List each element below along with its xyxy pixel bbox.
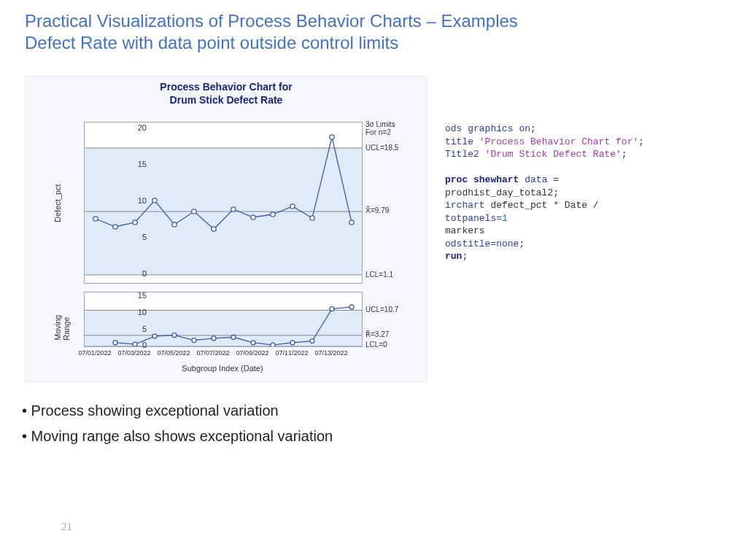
svg-point-7 — [172, 222, 177, 227]
page-number: 21 — [61, 521, 72, 533]
ytick-0: 0 — [120, 269, 147, 278]
svg-point-3 — [93, 217, 98, 221]
chart-title-line2: Drum Stick Defect Rate — [26, 94, 427, 106]
svg-point-16 — [349, 220, 354, 225]
xtick-6: 07/13/2022 — [309, 349, 353, 357]
svg-point-15 — [330, 135, 334, 139]
xtick-0: 07/01/2022 — [73, 349, 117, 357]
cl-mr-label: R̄=3.27 — [365, 330, 389, 338]
svg-point-10 — [231, 207, 236, 211]
svg-point-26 — [231, 335, 236, 340]
cl-i-label: X̄=9.79 — [365, 206, 389, 214]
svg-point-9 — [212, 227, 216, 231]
mr-ytick-5: 5 — [120, 324, 147, 333]
ytick-15: 15 — [120, 160, 147, 168]
svg-point-4 — [113, 225, 117, 229]
chart-title-line1: Process Behavior Chart for — [160, 81, 292, 93]
xlabel: Subgroup Index (Date) — [84, 364, 361, 373]
mr-ytick-15: 15 — [120, 291, 147, 300]
svg-point-12 — [271, 212, 275, 217]
xtick-4: 07/09/2022 — [231, 349, 274, 357]
svg-point-28 — [271, 343, 275, 346]
xtick-1: 07/03/2022 — [112, 349, 156, 357]
ytick-20: 20 — [120, 123, 147, 132]
svg-point-32 — [349, 305, 354, 309]
svg-point-14 — [310, 216, 314, 220]
lcl-mr-label: LCL=0 — [365, 341, 387, 349]
svg-point-13 — [290, 204, 295, 209]
bullet-1: • Process showing exceptional variation — [22, 402, 333, 419]
ytick-5: 5 — [120, 233, 147, 241]
moving-range-plot — [84, 292, 363, 347]
sas-code-block: ods graphics on; title 'Process Behavior… — [445, 122, 737, 263]
xtick-3: 07/07/2022 — [191, 349, 235, 357]
lcl-i-label: LCL=1.1 — [365, 271, 393, 279]
title-line-2: Defect Rate with data point outside cont… — [25, 32, 725, 54]
svg-point-31 — [330, 307, 334, 311]
xtick-2: 07/05/2022 — [152, 349, 196, 357]
svg-point-23 — [172, 333, 177, 338]
ytick-10: 10 — [120, 196, 147, 205]
ylabel-i: Defect_pct — [53, 212, 62, 222]
mr-ytick-10: 10 — [120, 308, 147, 316]
svg-point-6 — [152, 198, 157, 203]
ucl-mr-label: UCL=10.7 — [365, 306, 398, 314]
svg-point-25 — [212, 336, 216, 341]
svg-point-20 — [113, 341, 117, 345]
svg-point-5 — [133, 220, 137, 225]
ylabel-mr: Moving Range — [53, 330, 71, 341]
bullet-2: • Moving range also shows exceptional va… — [22, 428, 333, 445]
svg-point-8 — [192, 209, 196, 214]
slide-title-block: Practical Visualizations of Process Beha… — [25, 10, 725, 54]
svg-point-27 — [251, 341, 255, 345]
sigma-label: 3σ Limits For n=2 — [365, 120, 395, 136]
svg-point-30 — [310, 339, 314, 343]
title-line-1: Practical Visualizations of Process Beha… — [25, 10, 725, 32]
svg-point-24 — [192, 338, 196, 343]
svg-point-11 — [251, 215, 255, 219]
bullet-list: • Process showing exceptional variation … — [22, 402, 333, 454]
chart-title: Process Behavior Chart for Drum Stick De… — [26, 81, 427, 106]
svg-point-29 — [290, 341, 295, 345]
control-chart-panel: Process Behavior Chart for Drum Stick De… — [25, 76, 427, 382]
mr-chart-svg — [85, 292, 362, 346]
xtick-5: 07/11/2022 — [270, 349, 314, 357]
svg-point-22 — [152, 334, 157, 338]
ucl-i-label: UCL=18.5 — [365, 144, 398, 152]
mr-ytick-0: 0 — [120, 341, 147, 349]
